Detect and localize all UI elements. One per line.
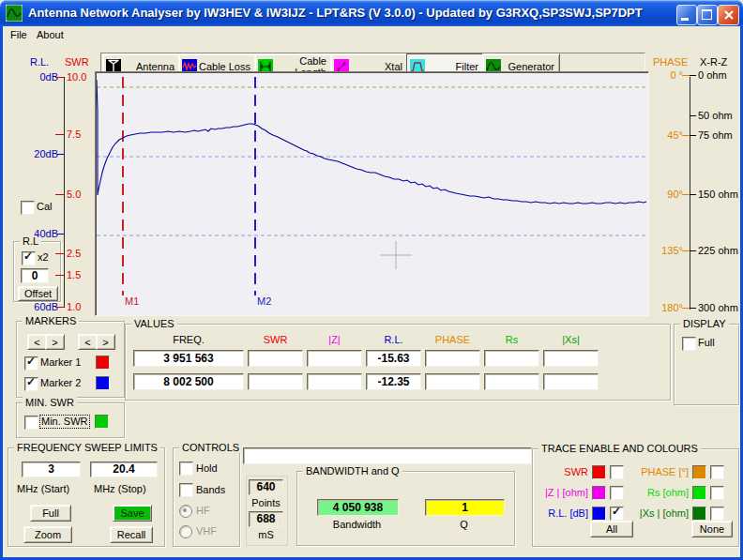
q-label: Q [425, 519, 503, 531]
trace-z-swatch [592, 486, 606, 500]
axis-tick-mark [55, 194, 64, 195]
marker1-swr-value[interactable] [248, 350, 303, 367]
offset-input[interactable]: 0 [21, 268, 49, 283]
trace-phase-checkbox[interactable] [710, 465, 724, 479]
maximize-button[interactable] [697, 5, 718, 25]
rl-axis-title: R.L. [30, 56, 49, 68]
ohm-tick-label: 0 ohm [698, 69, 741, 81]
sweep-recall-button[interactable]: Recall [110, 526, 153, 543]
trace-rs-label: Rs [ohm] [632, 487, 689, 499]
axis-tick-mark [690, 115, 696, 116]
marker2-freq-value[interactable]: 8 002 500 [133, 373, 244, 390]
vhf-radio [179, 525, 192, 538]
trace-swr-checkbox[interactable] [610, 465, 624, 479]
axis-tick-mark [57, 154, 65, 155]
min-swr-color-swatch [95, 415, 109, 429]
message-input-wrap [243, 447, 532, 464]
phase-tick-label: 90° [655, 189, 683, 200]
trace-none-button[interactable]: None [691, 521, 733, 537]
marker2-checkbox[interactable] [24, 377, 38, 391]
values-panel: VALUES FREQ. SWR |Z| R.L. PHASE Rs |Xs| … [125, 324, 671, 401]
marker2-rl-value[interactable]: -12.35 [366, 373, 421, 390]
trace-z-checkbox[interactable] [610, 486, 624, 500]
min-swr-panel: MIN. SWR Min. SWR [16, 402, 125, 438]
values-header-xs: |Xs| [543, 334, 599, 345]
sweep-save-button[interactable]: Save [113, 505, 152, 522]
axis-tick-mark [690, 250, 696, 251]
trace-xs-checkbox[interactable] [710, 507, 724, 521]
phase-tick-label: 45° [655, 129, 683, 141]
marker1-phase-value[interactable] [425, 350, 480, 367]
trace-rl-checkbox[interactable] [610, 507, 624, 521]
phase-tick-label: 0 ° [655, 69, 683, 81]
message-input[interactable] [244, 448, 535, 465]
axis-tick-mark [55, 275, 64, 276]
rl-tick-label: 40dB [26, 228, 58, 239]
axis-tick-mark [690, 135, 696, 136]
marker2-phase-value[interactable] [425, 373, 480, 390]
axis-tick-mark [682, 135, 690, 136]
axis-tick-mark [682, 250, 690, 251]
marker1-freq-value[interactable]: 3 951 563 [133, 350, 244, 367]
bandwidth-value: 4 050 938 [317, 499, 399, 516]
marker2-rs-value[interactable] [484, 373, 539, 390]
trace-rs-checkbox[interactable] [710, 486, 724, 500]
sweep-stop-input[interactable]: 20.4 [90, 462, 158, 477]
marker2-xs-value[interactable] [543, 373, 599, 390]
offset-button[interactable]: Offset [18, 286, 58, 301]
trace-xs-swatch [692, 507, 706, 521]
swr-tick-label: 1.5 [67, 269, 93, 280]
trace-z-label: |Z | [ohm] [537, 487, 588, 499]
min-swr-checkbox[interactable] [24, 416, 38, 430]
ohm-tick-label: 75 ohm [698, 129, 741, 141]
chart-area[interactable]: M1 M2 [95, 71, 649, 316]
trace-rl-swatch [592, 507, 606, 521]
hf-label: HF [196, 505, 210, 517]
marker1-xs-value[interactable] [543, 350, 599, 367]
marker1-rs-value[interactable] [484, 350, 539, 367]
swr-tick-label: 7.5 [67, 129, 93, 140]
axis-tick-mark [55, 307, 64, 308]
marker1-next-button[interactable]: > [45, 334, 65, 350]
display-panel-title: DISPLAY [680, 318, 729, 329]
window-title: Antenna Network Analyser by IW3HEV & IW3… [28, 6, 643, 20]
cal-checkbox[interactable] [21, 201, 35, 215]
axis-tick-mark [690, 75, 696, 76]
close-button[interactable] [718, 5, 739, 25]
trace-all-button[interactable]: All [590, 521, 633, 537]
rl-tick-label: 20dB [26, 148, 58, 159]
menu-file[interactable]: File [8, 29, 30, 42]
marker2-swr-value[interactable] [248, 373, 303, 390]
marker2-z-value[interactable] [307, 373, 362, 390]
sweep-start-label: MHz (Start) [17, 483, 69, 495]
swr-axis-title: SWR [65, 56, 89, 68]
phase-tick-label: 180° [655, 302, 683, 313]
hold-checkbox[interactable] [179, 462, 193, 476]
bands-checkbox[interactable] [179, 483, 193, 497]
vhf-label: VHF [196, 525, 217, 537]
display-full-label: Full [698, 337, 715, 349]
trace-rs-swatch [692, 486, 706, 500]
sweep-full-button[interactable]: Full [30, 505, 71, 522]
sweep-start-input[interactable]: 3 [22, 462, 81, 477]
marker2-next-button[interactable]: > [96, 334, 115, 350]
menu-about[interactable]: About [34, 29, 67, 42]
ohm-tick-label: 50 ohm [698, 110, 741, 121]
axis-tick-mark [682, 308, 690, 309]
swr-tick-label: 5.0 [67, 189, 93, 200]
marker1-z-value[interactable] [307, 350, 362, 367]
marker1-rl-value[interactable]: -15.63 [366, 350, 421, 367]
axis-tick-mark [690, 308, 696, 309]
bandwidth-panel: BANDWIDTH and Q 4 050 938 Bandwidth 1 Q [296, 471, 515, 546]
display-panel: DISPLAY Full [674, 324, 739, 405]
phase-tick-label: 135° [655, 245, 683, 256]
axis-tick-mark [682, 194, 690, 195]
marker1-prev-button[interactable]: < [27, 334, 47, 350]
x2-checkbox[interactable] [22, 251, 36, 265]
marker1-checkbox[interactable] [24, 356, 38, 371]
controls-panel: CONTROLS Hold Bands HF VHF [173, 447, 240, 547]
minimize-button[interactable] [676, 5, 697, 25]
display-full-checkbox[interactable] [682, 337, 696, 351]
marker2-prev-button[interactable]: < [78, 334, 98, 350]
sweep-zoom-button[interactable]: Zoom [23, 526, 72, 543]
